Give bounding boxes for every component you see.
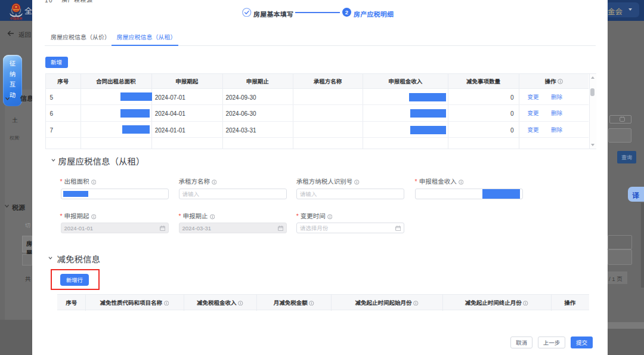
svg-text:中国税务: 中国税务 — [10, 16, 23, 20]
